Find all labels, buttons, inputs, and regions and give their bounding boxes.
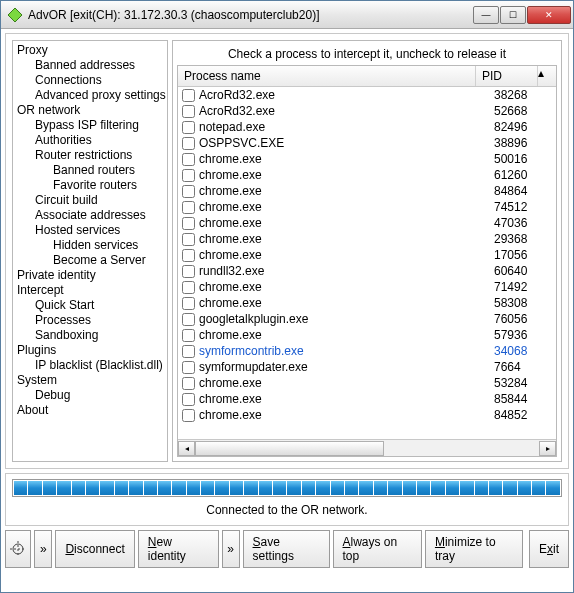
sidebar-item-hosted-services[interactable]: Hosted services: [13, 223, 167, 238]
process-checkbox[interactable]: [182, 105, 195, 118]
table-row[interactable]: googletalkplugin.exe76056: [178, 311, 556, 327]
table-row[interactable]: chrome.exe17056: [178, 247, 556, 263]
process-checkbox[interactable]: [182, 265, 195, 278]
progress-segment: [129, 481, 142, 495]
process-checkbox[interactable]: [182, 297, 195, 310]
sidebar-item-advanced-proxy-settings[interactable]: Advanced proxy settings: [13, 88, 167, 103]
sidebar-item-proxy[interactable]: Proxy: [13, 43, 167, 58]
scroll-right-button[interactable]: ▸: [539, 441, 556, 456]
always-on-top-button[interactable]: Always on top: [333, 530, 422, 568]
process-name: chrome.exe: [199, 231, 494, 247]
process-checkbox[interactable]: [182, 393, 195, 406]
table-row[interactable]: chrome.exe85844: [178, 391, 556, 407]
minimize-button[interactable]: —: [473, 6, 499, 24]
sidebar-item-quick-start[interactable]: Quick Start: [13, 298, 167, 313]
process-checkbox[interactable]: [182, 89, 195, 102]
save-settings-button[interactable]: Save settings: [243, 530, 330, 568]
sidebar-item-connections[interactable]: Connections: [13, 73, 167, 88]
table-row[interactable]: chrome.exe53284: [178, 375, 556, 391]
process-checkbox[interactable]: [182, 361, 195, 374]
sidebar-item-router-restrictions[interactable]: Router restrictions: [13, 148, 167, 163]
new-identity-button[interactable]: New identity: [138, 530, 219, 568]
process-name: chrome.exe: [199, 327, 494, 343]
sidebar-item-become-a-server[interactable]: Become a Server: [13, 253, 167, 268]
process-name: chrome.exe: [199, 279, 494, 295]
sidebar-item-banned-routers[interactable]: Banned routers: [13, 163, 167, 178]
process-checkbox[interactable]: [182, 313, 195, 326]
process-pid: 38896: [494, 135, 554, 151]
disconnect-button[interactable]: Disconnect: [55, 530, 134, 568]
scroll-track[interactable]: [195, 441, 539, 456]
process-checkbox[interactable]: [182, 249, 195, 262]
process-checkbox[interactable]: [182, 377, 195, 390]
sidebar-item-system[interactable]: System: [13, 373, 167, 388]
minimize-to-tray-button[interactable]: Minimize to tray: [425, 530, 523, 568]
process-checkbox[interactable]: [182, 329, 195, 342]
horizontal-scrollbar[interactable]: ◂ ▸: [178, 439, 556, 456]
sidebar-item-private-identity[interactable]: Private identity: [13, 268, 167, 283]
table-row[interactable]: notepad.exe82496: [178, 119, 556, 135]
table-row[interactable]: AcroRd32.exe52668: [178, 103, 556, 119]
target-icon-button[interactable]: [5, 530, 31, 568]
col-process-name[interactable]: Process name: [178, 66, 476, 86]
process-table: Process name PID ▴ AcroRd32.exe38268Acro…: [177, 65, 557, 457]
sidebar-item-sandboxing[interactable]: Sandboxing: [13, 328, 167, 343]
sidebar-item-intercept[interactable]: Intercept: [13, 283, 167, 298]
sidebar-item-banned-addresses[interactable]: Banned addresses: [13, 58, 167, 73]
sidebar-item-debug[interactable]: Debug: [13, 388, 167, 403]
process-checkbox[interactable]: [182, 201, 195, 214]
process-checkbox[interactable]: [182, 121, 195, 134]
process-checkbox[interactable]: [182, 169, 195, 182]
sidebar-item-circuit-build[interactable]: Circuit build: [13, 193, 167, 208]
table-row[interactable]: chrome.exe58308: [178, 295, 556, 311]
table-row[interactable]: symformcontrib.exe34068: [178, 343, 556, 359]
col-scroll-up[interactable]: ▴: [538, 66, 556, 86]
sidebar-item-favorite-routers[interactable]: Favorite routers: [13, 178, 167, 193]
sidebar-item-about[interactable]: About: [13, 403, 167, 418]
process-checkbox[interactable]: [182, 217, 195, 230]
target-more-button[interactable]: »: [34, 530, 52, 568]
process-checkbox[interactable]: [182, 281, 195, 294]
scroll-left-button[interactable]: ◂: [178, 441, 195, 456]
process-name: googletalkplugin.exe: [199, 311, 494, 327]
sidebar-item-bypass-isp-filtering[interactable]: Bypass ISP filtering: [13, 118, 167, 133]
process-checkbox[interactable]: [182, 185, 195, 198]
process-checkbox[interactable]: [182, 233, 195, 246]
scroll-thumb[interactable]: [195, 441, 384, 456]
table-row[interactable]: chrome.exe84864: [178, 183, 556, 199]
table-row[interactable]: chrome.exe57936: [178, 327, 556, 343]
table-row[interactable]: AcroRd32.exe38268: [178, 87, 556, 103]
table-header[interactable]: Process name PID ▴: [178, 66, 556, 87]
sidebar-item-plugins[interactable]: Plugins: [13, 343, 167, 358]
col-pid[interactable]: PID: [476, 66, 538, 86]
table-row[interactable]: chrome.exe29368: [178, 231, 556, 247]
table-row[interactable]: rundll32.exe60640: [178, 263, 556, 279]
exit-button[interactable]: Exit: [529, 530, 569, 568]
process-checkbox[interactable]: [182, 137, 195, 150]
sidebar-item-processes[interactable]: Processes: [13, 313, 167, 328]
process-name: rundll32.exe: [199, 263, 494, 279]
sidebar-item-associate-addresses[interactable]: Associate addresses: [13, 208, 167, 223]
sidebar-item-hidden-services[interactable]: Hidden services: [13, 238, 167, 253]
process-checkbox[interactable]: [182, 345, 195, 358]
table-body[interactable]: AcroRd32.exe38268AcroRd32.exe52668notepa…: [178, 87, 556, 439]
table-row[interactable]: symformupdater.exe7664: [178, 359, 556, 375]
process-checkbox[interactable]: [182, 409, 195, 422]
table-row[interactable]: OSPPSVC.EXE38896: [178, 135, 556, 151]
sidebar-item-or-network[interactable]: OR network: [13, 103, 167, 118]
process-checkbox[interactable]: [182, 153, 195, 166]
sidebar-item-authorities[interactable]: Authorities: [13, 133, 167, 148]
table-row[interactable]: chrome.exe47036: [178, 215, 556, 231]
progress-segment: [43, 481, 56, 495]
table-row[interactable]: chrome.exe50016: [178, 151, 556, 167]
status-text: Connected to the OR network.: [12, 497, 562, 521]
table-row[interactable]: chrome.exe71492: [178, 279, 556, 295]
table-row[interactable]: chrome.exe61260: [178, 167, 556, 183]
maximize-button[interactable]: ☐: [500, 6, 526, 24]
table-row[interactable]: chrome.exe74512: [178, 199, 556, 215]
new-identity-more-button[interactable]: »: [222, 530, 240, 568]
close-button[interactable]: ✕: [527, 6, 571, 24]
table-row[interactable]: chrome.exe84852: [178, 407, 556, 423]
sidebar-item-ip-blacklist-blacklist-dll-[interactable]: IP blacklist (Blacklist.dll): [13, 358, 167, 373]
sidebar-tree[interactable]: ProxyBanned addressesConnectionsAdvanced…: [12, 40, 168, 462]
